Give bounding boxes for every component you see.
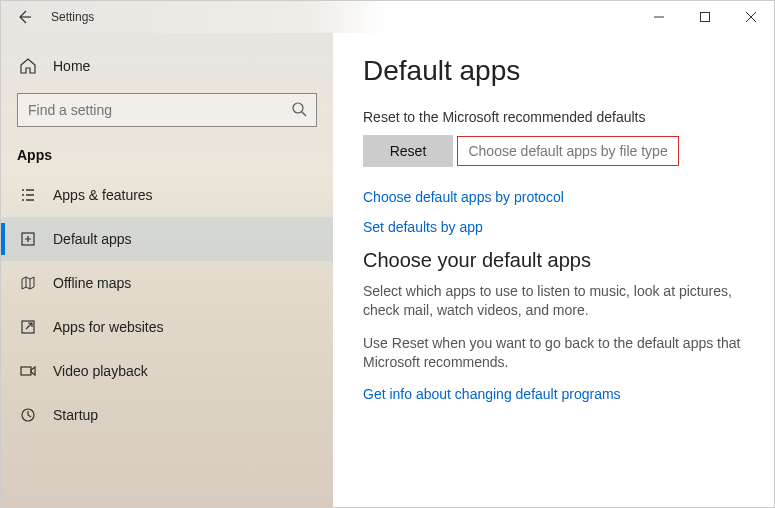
nav-label: Offline maps xyxy=(53,275,131,291)
link-learn-more[interactable]: Get info about changing default programs xyxy=(363,386,744,402)
choose-para-2: Use Reset when you want to go back to th… xyxy=(363,334,744,372)
list-icon xyxy=(19,187,37,203)
nav-apps-features[interactable]: Apps & features xyxy=(1,173,333,217)
link-choose-by-filetype[interactable]: Choose default apps by file type xyxy=(457,136,678,166)
close-icon xyxy=(746,12,756,22)
nav-label: Apps & features xyxy=(53,187,153,203)
back-button[interactable] xyxy=(1,1,47,33)
reset-intro: Reset to the Microsoft recommended defau… xyxy=(363,109,744,125)
open-with-icon xyxy=(19,319,37,335)
maximize-button[interactable] xyxy=(682,1,728,33)
home-nav[interactable]: Home xyxy=(1,45,333,87)
window-controls xyxy=(636,1,774,33)
nav-label: Video playback xyxy=(53,363,148,379)
default-apps-icon xyxy=(19,231,37,247)
minimize-icon xyxy=(654,12,664,22)
nav-label: Default apps xyxy=(53,231,132,247)
nav-offline-maps[interactable]: Offline maps xyxy=(1,261,333,305)
svg-rect-4 xyxy=(21,367,31,375)
home-icon xyxy=(19,57,37,75)
nav-default-apps[interactable]: Default apps xyxy=(1,217,333,261)
sidebar: Home Apps Apps & features Default apps O… xyxy=(1,33,333,507)
nav-video-playback[interactable]: Video playback xyxy=(1,349,333,393)
page-title: Default apps xyxy=(363,55,744,87)
close-button[interactable] xyxy=(728,1,774,33)
video-icon xyxy=(19,363,37,379)
nav-label: Startup xyxy=(53,407,98,423)
search-input[interactable] xyxy=(17,93,317,127)
maximize-icon xyxy=(700,12,710,22)
svg-point-1 xyxy=(293,103,303,113)
minimize-button[interactable] xyxy=(636,1,682,33)
search-icon xyxy=(291,101,307,117)
reset-button[interactable]: Reset xyxy=(363,135,453,167)
home-label: Home xyxy=(53,58,90,74)
titlebar: Settings xyxy=(1,1,774,33)
link-set-by-app[interactable]: Set defaults by app xyxy=(363,219,744,235)
nav-startup[interactable]: Startup xyxy=(1,393,333,437)
main-panel: Default apps Reset to the Microsoft reco… xyxy=(333,33,774,507)
nav-apps-websites[interactable]: Apps for websites xyxy=(1,305,333,349)
sidebar-section-heading: Apps xyxy=(1,141,333,173)
link-choose-by-protocol[interactable]: Choose default apps by protocol xyxy=(363,189,744,205)
choose-heading: Choose your default apps xyxy=(363,249,744,272)
nav-label: Apps for websites xyxy=(53,319,164,335)
svg-rect-0 xyxy=(701,13,710,22)
map-icon xyxy=(19,275,37,291)
arrow-left-icon xyxy=(16,9,32,25)
window-title: Settings xyxy=(51,10,94,24)
choose-para-1: Select which apps to use to listen to mu… xyxy=(363,282,744,320)
nav-list: Apps & features Default apps Offline map… xyxy=(1,173,333,437)
startup-icon xyxy=(19,407,37,423)
search-wrap xyxy=(17,93,317,127)
